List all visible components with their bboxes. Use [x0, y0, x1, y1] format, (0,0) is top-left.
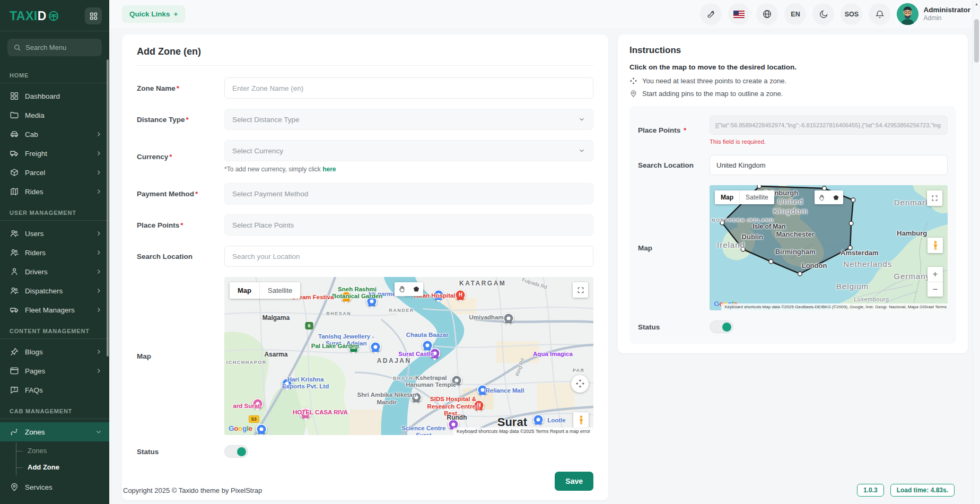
- hand-tool-button[interactable]: [815, 190, 829, 204]
- scroll-up-arrow[interactable]: ▲: [975, 2, 978, 6]
- map-pin[interactable]: [300, 408, 311, 419]
- pegman-button[interactable]: [928, 238, 943, 253]
- sidebar-item-users[interactable]: Users: [0, 224, 109, 243]
- us-flag-icon: [733, 11, 745, 18]
- currency-select[interactable]: Select Currency: [224, 140, 593, 161]
- menu-grid-button[interactable]: [85, 7, 102, 24]
- notifications-button[interactable]: [869, 3, 890, 25]
- sidebar-item-pages[interactable]: Pages: [0, 361, 109, 380]
- map-pin[interactable]: [256, 423, 267, 435]
- map-pin[interactable]: [366, 296, 378, 307]
- user-menu[interactable]: Administrator Admin: [897, 3, 970, 25]
- scrollbar-thumb[interactable]: [974, 19, 979, 63]
- status-toggle[interactable]: [224, 445, 248, 458]
- polygon-tool-button[interactable]: [829, 190, 843, 204]
- fullscreen-button[interactable]: [573, 282, 588, 298]
- map-pin[interactable]: [348, 341, 359, 352]
- sidebar-search[interactable]: Search Menu: [7, 39, 102, 56]
- chevron-right-icon: [95, 368, 102, 374]
- map-type-map-button[interactable]: Map: [715, 190, 739, 204]
- dark-mode-button[interactable]: [812, 3, 834, 25]
- sos-label: SOS: [845, 11, 859, 18]
- map-pin[interactable]: [340, 291, 352, 302]
- theme-brush-button[interactable]: [700, 3, 722, 25]
- chevron-right-icon: [95, 268, 102, 275]
- sidebar-item-dashboard[interactable]: Dashboard: [0, 86, 109, 106]
- sos-button[interactable]: SOS: [841, 3, 862, 25]
- distance-type-row: Distance Type* Select Distance Type: [137, 109, 593, 130]
- sidebar-item-faqs[interactable]: ?FAQs: [0, 380, 109, 399]
- search-location-input[interactable]: [224, 246, 593, 267]
- map-pin[interactable]: [429, 347, 440, 359]
- sidebar-item-blogs[interactable]: Blogs: [0, 342, 109, 361]
- page-scrollbar[interactable]: ▲: [973, 0, 980, 504]
- currency-placeholder: Select Currency: [232, 147, 283, 155]
- map-pin[interactable]: [282, 378, 293, 389]
- add-currency-link[interactable]: here: [322, 166, 336, 173]
- sidebar-item-services[interactable]: Services: [0, 477, 109, 497]
- map-label: BHESAN: [326, 311, 351, 316]
- language-button[interactable]: EN: [784, 3, 806, 25]
- place-points-label: Place Points: [137, 221, 179, 229]
- users-icon: [10, 229, 19, 238]
- fleet-icon: [10, 305, 19, 315]
- map-row: Map: [137, 277, 593, 435]
- fullscreen-button[interactable]: [927, 190, 942, 206]
- globe-button[interactable]: [756, 3, 778, 25]
- sidebar-scrollbar[interactable]: [107, 59, 109, 357]
- sidebar-subitem-add-zone[interactable]: Add Zone: [0, 459, 109, 475]
- zone-search-location-input[interactable]: [710, 155, 948, 175]
- sidebar-subitem-zones[interactable]: Zones: [0, 442, 109, 459]
- sidebar-item-parcel[interactable]: Parcel: [0, 163, 109, 182]
- surat-map[interactable]: Map Satellite Google Keyboard sh: [224, 277, 593, 435]
- map-pin[interactable]: [252, 398, 263, 410]
- app-window: TAXID Search Menu HOMEDashboardMediaCabF…: [0, 0, 980, 504]
- map-type-satellite-button[interactable]: Satellite: [739, 190, 774, 204]
- place-points-select[interactable]: Select Place Points: [224, 214, 593, 236]
- sidebar-item-riders[interactable]: Riders: [0, 243, 109, 262]
- payment-method-select[interactable]: Select Payment Method: [224, 183, 593, 204]
- map-pin[interactable]: [370, 341, 381, 352]
- sidebar-item-drivers[interactable]: Drivers: [0, 262, 109, 281]
- map-pin[interactable]: H: [474, 400, 485, 411]
- brand-logo[interactable]: TAXID: [10, 9, 59, 23]
- pan-control[interactable]: [571, 375, 589, 393]
- hand-tool-button[interactable]: [395, 282, 409, 296]
- distance-type-select[interactable]: Select Distance Type: [224, 109, 593, 130]
- map-pin[interactable]: H: [455, 289, 466, 300]
- plus-icon: +: [174, 10, 178, 18]
- flag-button[interactable]: [728, 3, 750, 25]
- map-pin[interactable]: [410, 392, 422, 403]
- sidebar-item-freight[interactable]: Freight: [0, 144, 109, 163]
- map-type-map-button[interactable]: Map: [230, 282, 259, 299]
- sidebar-item-fleet-managers[interactable]: Fleet Managers: [0, 300, 109, 319]
- sidebar-item-media[interactable]: Media: [0, 106, 109, 125]
- copyright-text: Copyright 2025 © Taxido theme by PixelSt…: [123, 486, 262, 494]
- map-pin[interactable]: [451, 375, 462, 386]
- place-points-value-input[interactable]: [710, 116, 948, 135]
- sidebar-item-dispatchers[interactable]: Dispatchers: [0, 281, 109, 300]
- sidebar-item-label: Users: [25, 230, 90, 238]
- pegman-button[interactable]: [573, 412, 589, 428]
- required-asterisk: *: [195, 190, 198, 198]
- sidebar-item-zones[interactable]: Zones: [0, 422, 109, 441]
- zoom-out-button[interactable]: −: [928, 282, 943, 297]
- sidebar-item-rides[interactable]: Rides: [0, 182, 109, 201]
- zone-status-toggle[interactable]: [710, 320, 733, 333]
- zone-name-input[interactable]: [224, 77, 593, 99]
- uk-zone-map[interactable]: Map Satellite +: [710, 185, 948, 310]
- map-pin[interactable]: [503, 313, 514, 324]
- payment-method-label: Payment Method: [137, 190, 194, 198]
- map-pin[interactable]: [532, 414, 544, 425]
- map-type-satellite-button[interactable]: Satellite: [259, 282, 300, 299]
- drawing-tools: [815, 190, 843, 204]
- map-pin[interactable]: [433, 289, 444, 300]
- quick-links-button[interactable]: Quick Links +: [122, 5, 185, 23]
- polygon-tool-button[interactable]: [409, 282, 423, 296]
- map-pin[interactable]: [477, 384, 488, 395]
- add-zone-card: Add Zone (en) Zone Name* Distance Type* …: [122, 34, 608, 500]
- search-location-row: Search Location: [638, 155, 948, 175]
- zoom-in-button[interactable]: +: [928, 267, 943, 282]
- sidebar-item-cab[interactable]: Cab: [0, 125, 109, 144]
- map-label: Manchester: [776, 230, 815, 238]
